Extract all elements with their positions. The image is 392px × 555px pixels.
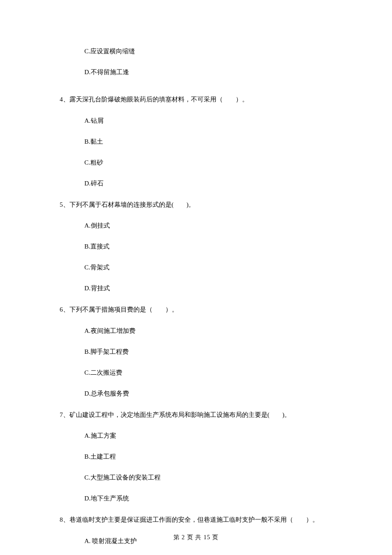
option-d: D.背挂式	[84, 284, 332, 293]
question-5: 5、下列不属于石材幕墙的连接形式的是( )。 A.倒挂式 B.直接式 C.骨架式…	[60, 200, 332, 293]
question-stem: 8、巷道临时支护主要是保证掘进工作面的安全，但巷道施工临时支护一般不采用（ ）。	[60, 515, 332, 525]
option-a: A.施工方案	[84, 431, 332, 440]
question-6: 6、下列不属于措施项目费的是（ ）。 A.夜间施工增加费 B.脚手架工程费 C.…	[60, 305, 332, 398]
question-4: 4、露天深孔台阶爆破炮眼装药后的填塞材料，不可采用（ ）。 A.钻屑 B.黏土 …	[60, 95, 332, 188]
question-stem: 6、下列不属于措施项目费的是（ ）。	[60, 305, 332, 315]
page-content: C.应设置横向缩缝 D.不得留施工逢 4、露天深孔台阶爆破炮眼装药后的填塞材料，…	[0, 0, 392, 555]
option-b: B.黏土	[84, 137, 332, 146]
option-a: A.倒挂式	[84, 221, 332, 230]
option-d: D.地下生产系统	[84, 494, 332, 503]
option-b: B.直接式	[84, 242, 332, 251]
question-stem: 4、露天深孔台阶爆破炮眼装药后的填塞材料，不可采用（ ）。	[60, 95, 332, 104]
orphan-options: C.应设置横向缩缝 D.不得留施工逢	[60, 47, 332, 77]
option-b: B.脚手架工程费	[84, 347, 332, 356]
option-d: D.碎石	[84, 179, 332, 188]
question-stem: 7、矿山建设工程中，决定地面生产系统布局和影响施工设施布局的主要是( )。	[60, 410, 332, 420]
option-d: D.不得留施工逢	[84, 68, 332, 77]
question-7: 7、矿山建设工程中，决定地面生产系统布局和影响施工设施布局的主要是( )。 A.…	[60, 410, 332, 503]
option-a: A.夜间施工增加费	[84, 327, 332, 335]
option-c: C.大型施工设备的安装工程	[84, 473, 332, 482]
page-footer: 第 2 页 共 15 页	[0, 534, 392, 541]
option-a: A.钻屑	[84, 116, 332, 125]
option-c: C.粗砂	[84, 158, 332, 167]
option-c: C.骨架式	[84, 263, 332, 272]
option-c: C.应设置横向缩缝	[84, 47, 332, 56]
option-d: D.总承包服务费	[84, 389, 332, 398]
option-b: B.土建工程	[84, 452, 332, 461]
question-stem: 5、下列不属于石材幕墙的连接形式的是( )。	[60, 200, 332, 210]
option-c: C.二次搬运费	[84, 368, 332, 377]
